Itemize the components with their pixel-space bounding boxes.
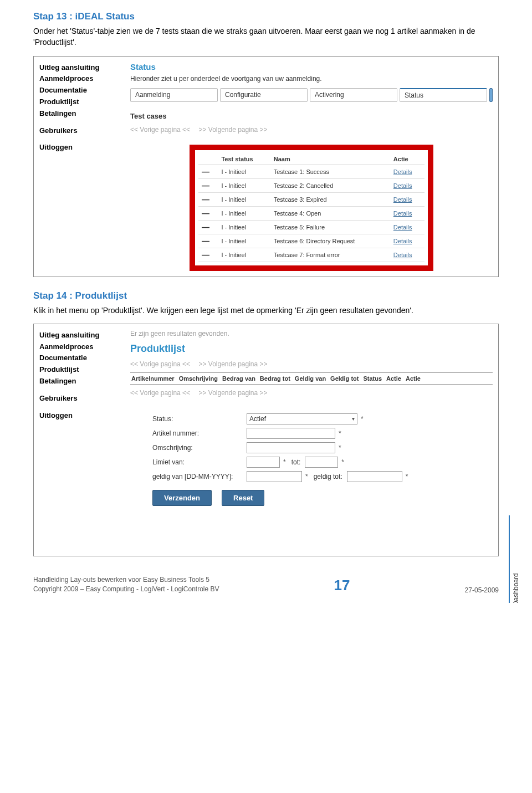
- ch-geldig-tot: Geldig tot: [330, 375, 359, 382]
- cell-naam: Testcase 7: Format error: [270, 248, 390, 262]
- row-status: Status: Actief ▾ *: [152, 413, 493, 424]
- page-footer: Handleiding Lay-outs bewerken voor Easy …: [33, 575, 499, 594]
- input-limiet-tot[interactable]: [305, 457, 338, 468]
- cell-naam: Testcase 2: Cancelled: [270, 178, 390, 192]
- ch-artikelnummer: Artikelnummer: [131, 375, 175, 382]
- cell-naam: Testcase 3: Expired: [270, 192, 390, 206]
- progress-row: Aanmelding Configuratie Activering Statu…: [130, 88, 493, 102]
- th-blank: [198, 154, 218, 165]
- th-status: Test status: [218, 154, 270, 165]
- input-geldig-van[interactable]: [247, 471, 302, 482]
- label-limiet: Limiet van:: [152, 458, 247, 466]
- nav-gebruikers[interactable]: Gebruikers: [39, 393, 122, 405]
- input-omschrijving[interactable]: [247, 442, 335, 453]
- cell-status: I - Initieel: [218, 234, 270, 248]
- table-row: — I - Initieel Testcase 5: Failure Detai…: [198, 220, 424, 234]
- row-geldig: geldig van [DD-MM-YYYY]: * geldig tot: *: [152, 471, 493, 482]
- pager-prev[interactable]: << Vorige pagina <<: [130, 126, 190, 134]
- step14-heading: Stap 14 : Produktlijst: [33, 290, 499, 301]
- nav-produktlijst[interactable]: Produktlijst: [39, 364, 122, 376]
- label-geldig-tot: geldig tot:: [314, 473, 342, 480]
- testcases-table: Test status Naam Actie — I - Initieel Te…: [198, 154, 424, 262]
- req: *: [283, 458, 286, 466]
- step14-body: Klik in het menu op 'Produktlijst'. We k…: [33, 305, 499, 316]
- req: *: [361, 415, 364, 423]
- nav-uitloggen[interactable]: Uitloggen: [39, 142, 122, 154]
- status-desc: Hieronder ziet u per onderdeel de voortg…: [130, 75, 493, 83]
- nav-produktlijst[interactable]: Produktlijst: [39, 96, 122, 108]
- cell-details[interactable]: Details: [390, 192, 424, 206]
- cell-status: I - Initieel: [218, 165, 270, 178]
- column-headers: Artikelnummer Omschrijving Bedrag van Be…: [130, 372, 493, 385]
- cell-dash: —: [198, 220, 218, 234]
- nav-aanmeldproces[interactable]: Aanmeldproces: [39, 73, 122, 85]
- verzenden-button[interactable]: Verzenden: [152, 490, 212, 506]
- dropdown-status[interactable]: Actief ▾: [247, 413, 357, 424]
- req: *: [305, 473, 308, 480]
- cell-details[interactable]: Details: [390, 206, 424, 220]
- step13-heading: Stap 13 : iDEAL Status: [33, 11, 499, 22]
- screenshot2-sidebar: Uitleg aansluiting Aanmeldproces Documen…: [39, 330, 122, 550]
- cell-details[interactable]: Details: [390, 165, 424, 178]
- footer-line1: Handleiding Lay-outs bewerken voor Easy …: [33, 575, 219, 585]
- nav-gebruikers[interactable]: Gebruikers: [39, 125, 122, 137]
- progress-activering[interactable]: Activering: [310, 88, 397, 102]
- cell-dash: —: [198, 165, 218, 178]
- ch-geldig-van: Geldig van: [295, 375, 326, 382]
- pager-next[interactable]: >> Volgende pagina >>: [198, 126, 267, 134]
- cell-status: I - Initieel: [218, 206, 270, 220]
- pager-next[interactable]: >> Volgende pagina >>: [198, 360, 267, 368]
- label-artikel: Artikel nummer:: [152, 429, 247, 437]
- nav-uitleg[interactable]: Uitleg aansluiting: [39, 330, 122, 341]
- progress-aanmelding[interactable]: Aanmelding: [130, 88, 218, 102]
- cell-details[interactable]: Details: [390, 248, 424, 262]
- ch-actie2: Actie: [406, 375, 421, 382]
- req: *: [341, 458, 344, 466]
- progress-configuratie[interactable]: Configuratie: [220, 88, 308, 102]
- label-geldig-van: geldig van [DD-MM-YYYY]:: [152, 473, 247, 480]
- nav-aanmeldproces[interactable]: Aanmeldproces: [39, 341, 122, 353]
- screenshot1: Uitleg aansluiting Aanmeldproces Documen…: [33, 56, 499, 277]
- input-artikel[interactable]: [247, 428, 335, 439]
- label-omschrijving: Omschrijving:: [152, 444, 247, 452]
- cell-dash: —: [198, 192, 218, 206]
- input-limiet-van[interactable]: [247, 457, 280, 468]
- cell-naam: Testcase 4: Open: [270, 206, 390, 220]
- nav-betalingen[interactable]: Betalingen: [39, 108, 122, 120]
- chevron-down-icon: ▾: [352, 416, 355, 422]
- cell-details[interactable]: Details: [390, 234, 424, 248]
- footer-line2: Copyright 2009 – Easy Computing - LogiVe…: [33, 585, 219, 594]
- ch-actie1: Actie: [386, 375, 401, 382]
- req: *: [406, 473, 408, 480]
- nav-uitleg[interactable]: Uitleg aansluiting: [39, 62, 122, 74]
- req: *: [339, 429, 341, 437]
- pager-prev[interactable]: << Vorige pagina <<: [130, 360, 190, 368]
- table-row: — I - Initieel Testcase 6: Directory Req…: [198, 234, 424, 248]
- nav-documentatie[interactable]: Documentatie: [39, 85, 122, 96]
- nav-uitloggen[interactable]: Uitloggen: [39, 410, 122, 422]
- table-row: — I - Initieel Testcase 7: Format error …: [198, 248, 424, 262]
- cell-details[interactable]: Details: [390, 220, 424, 234]
- table-row: — I - Initieel Testcase 2: Cancelled Det…: [198, 178, 424, 192]
- nav-betalingen[interactable]: Betalingen: [39, 376, 122, 387]
- label-status: Status:: [152, 415, 247, 423]
- screenshot1-content: Status Hieronder ziet u per onderdeel de…: [130, 62, 493, 271]
- cell-status: I - Initieel: [218, 178, 270, 192]
- pager-next[interactable]: >> Volgende pagina >>: [198, 389, 267, 397]
- form-buttons: Verzenden Reset: [152, 490, 493, 506]
- cell-dash: —: [198, 178, 218, 192]
- no-results-msg: Er zijn geen resultaten gevonden.: [130, 330, 493, 337]
- reset-button[interactable]: Reset: [222, 490, 264, 506]
- produktlijst-title: Produktlijst: [130, 343, 493, 355]
- footer-date: 27-05-2009: [465, 586, 499, 594]
- ch-bedrag-tot: Bedrag tot: [260, 375, 290, 382]
- input-geldig-tot[interactable]: [347, 471, 402, 482]
- nav-documentatie[interactable]: Documentatie: [39, 352, 122, 364]
- pager-prev[interactable]: << Vorige pagina <<: [130, 389, 190, 397]
- ch-bedrag-van: Bedrag van: [222, 375, 255, 382]
- cell-details[interactable]: Details: [390, 178, 424, 192]
- progress-status[interactable]: Status: [400, 88, 487, 102]
- table-row: — I - Initieel Testcase 4: Open Details: [198, 206, 424, 220]
- ch-omschrijving: Omschrijving: [179, 375, 218, 382]
- progress-marker: [489, 88, 493, 102]
